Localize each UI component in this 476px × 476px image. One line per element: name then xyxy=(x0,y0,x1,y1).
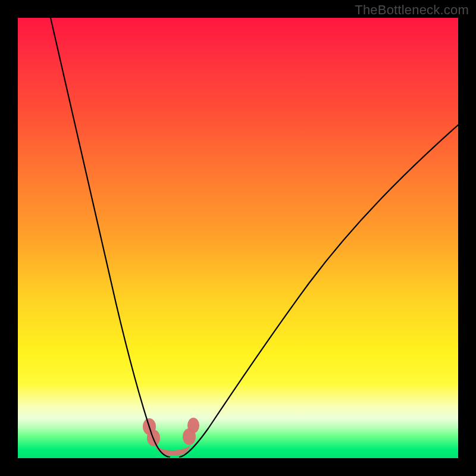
marker-dot xyxy=(183,428,196,445)
curve-left-path xyxy=(51,18,170,457)
plot-area xyxy=(18,18,458,458)
curve-layer xyxy=(18,18,458,458)
curve-right-path xyxy=(180,125,458,457)
chart-frame: TheBottleneck.com xyxy=(0,0,476,476)
watermark-text: TheBottleneck.com xyxy=(355,2,469,18)
